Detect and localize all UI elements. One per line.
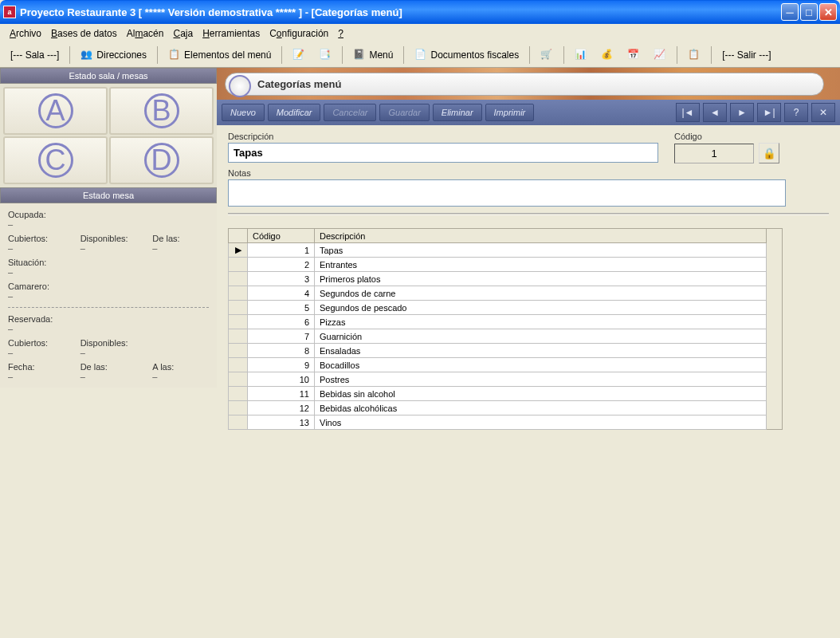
tb-icon7[interactable]: 📈 [648, 45, 672, 65]
maximize-button[interactable]: □ [800, 3, 818, 21]
menu-items-icon: 📋 [168, 49, 181, 61]
tb-salir[interactable]: [--- Salir ---] [716, 46, 776, 64]
calendar-icon: 📅 [627, 49, 640, 61]
menu-bases[interactable]: Bases de datos [48, 26, 120, 41]
notas-label: Notas [228, 168, 829, 178]
nav-close[interactable]: ✕ [811, 103, 835, 122]
table-row[interactable]: 10Postres [229, 372, 767, 387]
table-row[interactable]: ▶1Tapas [229, 243, 767, 258]
cell-desc: Bebidas sin alcohol [315, 387, 767, 401]
book-icon: 📓 [353, 49, 366, 61]
table-d[interactable]: D [109, 136, 214, 184]
cancelar-button[interactable]: Cancelar [324, 104, 376, 121]
table-row[interactable]: 9Bocadillos [229, 358, 767, 372]
row-indicator [229, 387, 248, 401]
table-a[interactable]: A [3, 87, 108, 135]
cell-codigo: 6 [248, 315, 315, 329]
row-indicator [229, 286, 248, 301]
reservada-label: Reservada: [8, 314, 209, 324]
tb-icon2[interactable]: 📑 [313, 45, 337, 65]
tb-icon5[interactable]: 💰 [595, 45, 619, 65]
cubiertos-label: Cubiertos: [8, 234, 65, 243]
th-codigo[interactable]: Código [248, 229, 315, 243]
nav-prev[interactable]: ◄ [703, 103, 727, 122]
close-button[interactable]: ✕ [819, 3, 837, 21]
table-c[interactable]: C [3, 136, 108, 184]
tb-icon3[interactable]: 🛒 [535, 45, 559, 65]
table-b[interactable]: B [109, 87, 214, 135]
delas-label: De las: [152, 234, 209, 243]
menu-caja[interactable]: Caja [170, 26, 196, 41]
eliminar-button[interactable]: Eliminar [433, 104, 482, 121]
menu-almacen[interactable]: Almacén [124, 26, 167, 41]
table-row[interactable]: 13Vinos [229, 415, 767, 430]
disponibles-label: Disponibles: [80, 234, 137, 243]
cell-codigo: 5 [248, 301, 315, 315]
tb-sala[interactable]: [--- Sala ---] [5, 46, 65, 64]
row-indicator [229, 301, 248, 315]
table-row[interactable]: 12Bebidas alcohólicas [229, 401, 767, 415]
nav-first[interactable]: |◄ [676, 103, 700, 122]
ocupada-label: Ocupada: [8, 210, 209, 219]
minimize-button[interactable]: ─ [781, 3, 799, 21]
tb-menu[interactable]: 📓Menú [347, 45, 398, 65]
table-row[interactable]: 4Segundos de carne [229, 286, 767, 301]
modificar-button[interactable]: Modificar [268, 104, 321, 121]
row-indicator [229, 358, 248, 372]
lock-button[interactable]: 🔒 [759, 143, 779, 163]
action-bar: Nuevo Modificar Cancelar Guardar Elimina… [217, 100, 840, 125]
table-scrollbar[interactable] [767, 228, 783, 430]
menu-archivo[interactable]: Archivo [6, 26, 45, 41]
tb-docs[interactable]: 📄Documentos fiscales [409, 45, 524, 65]
table-row[interactable]: 2Entrantes [229, 258, 767, 272]
menu-config[interactable]: Configuración [266, 26, 332, 41]
tb-elementos[interactable]: 📋Elementos del menú [163, 45, 277, 65]
nav-next[interactable]: ► [730, 103, 754, 122]
tb-icon1[interactable]: 📝 [287, 45, 311, 65]
categories-table[interactable]: Código Descripción ▶1Tapas2Entrantes3Pri… [228, 228, 767, 430]
cell-codigo: 9 [248, 358, 315, 372]
row-indicator [229, 258, 248, 272]
cell-desc: Tapas [315, 243, 767, 258]
app-icon: a [3, 6, 16, 18]
row-indicator [229, 272, 248, 286]
table-row[interactable]: 7Guarnición [229, 329, 767, 344]
list-icon: 📑 [319, 49, 332, 61]
table-row[interactable]: 5Segundos de pescado [229, 301, 767, 315]
tb-icon4[interactable]: 📊 [569, 45, 593, 65]
table-row[interactable]: 8Ensaladas [229, 344, 767, 358]
decorative-header: Categorías menú [217, 68, 840, 100]
cod-input[interactable] [674, 144, 754, 163]
imprimir-button[interactable]: Imprimir [485, 104, 535, 121]
table-row[interactable]: 11Bebidas sin alcohol [229, 387, 767, 401]
tb-icon8[interactable]: 📋 [682, 45, 706, 65]
menu-help[interactable]: ? [335, 26, 347, 41]
row-indicator [229, 401, 248, 415]
cell-desc: Segundos de pescado [315, 301, 767, 315]
guardar-button[interactable]: Guardar [379, 104, 429, 121]
report-icon: 📊 [575, 49, 587, 61]
cell-desc: Bocadillos [315, 358, 767, 372]
desc-input[interactable] [228, 143, 658, 163]
nuevo-button[interactable]: Nuevo [222, 104, 265, 121]
tb-icon6[interactable]: 📅 [622, 45, 646, 65]
th-desc[interactable]: Descripción [315, 229, 767, 243]
edit-icon: 📝 [292, 49, 305, 61]
address-icon: 👥 [80, 49, 93, 61]
situacion-label: Situación: [8, 258, 209, 267]
cell-codigo: 2 [248, 258, 315, 272]
nav-help[interactable]: ? [784, 103, 808, 122]
page-title: Categorías menú [257, 78, 341, 90]
fecha-label: Fecha: [8, 362, 65, 372]
table-row[interactable]: 6Pizzas [229, 315, 767, 329]
status-section: Ocupada: – Cubiertos:– Disponibles:– De … [0, 203, 217, 388]
nav-last[interactable]: ►| [757, 103, 781, 122]
tb-direcciones[interactable]: 👥Direcciones [75, 45, 152, 65]
graph-icon: 📈 [654, 49, 666, 61]
right-panel: Categorías menú Nuevo Modificar Cancelar… [217, 68, 840, 629]
menu-herramientas[interactable]: Herramientas [199, 26, 263, 41]
lock-icon: 🔒 [763, 148, 776, 160]
table-row[interactable]: 3Primeros platos [229, 272, 767, 286]
notas-input[interactable] [228, 179, 786, 207]
alas-label: A las: [152, 362, 209, 372]
